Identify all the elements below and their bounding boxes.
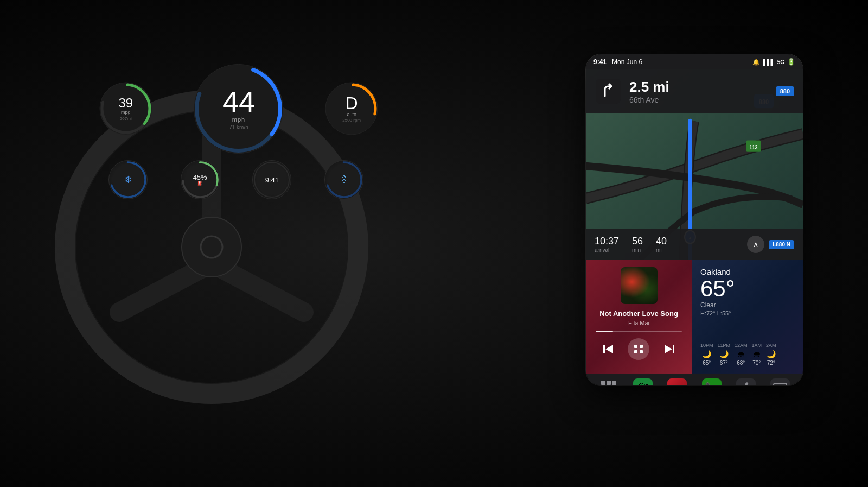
- maps-icon[interactable]: 🗺: [633, 378, 653, 386]
- status-time: 9:41: [593, 58, 607, 66]
- svg-point-12: [111, 162, 145, 197]
- weather-hourly: 10PM 🌙 65° 11PM 🌙 67° 12AM 🌧 68° 1AM 🌧 7…: [700, 343, 794, 366]
- speed-kmh: 71 km/h: [229, 124, 248, 130]
- bottom-panels: Not Another Love Song Ella Mai: [586, 260, 803, 374]
- miles-label: mi: [656, 247, 662, 253]
- carplay-screen: 9:41 Mon Jun 6 🔔 ▌▌▌ 5G 🔋 ▲: [586, 54, 803, 385]
- speed-value: 44: [222, 87, 255, 116]
- svg-rect-29: [640, 350, 643, 353]
- navigation-section[interactable]: ▲ 880 112 2.5 mi 66th Ave: [586, 69, 803, 260]
- dashboard-cluster: 39 mpg 207mi 44 mph 71 km/h D auto 2: [81, 54, 396, 163]
- nav-minutes: 56 min: [632, 236, 643, 253]
- gauge-gear: D auto 2500 rpm: [322, 79, 381, 138]
- nav-street: 66th Ave: [629, 96, 768, 104]
- mpg-value: 39: [118, 97, 133, 110]
- status-icons: 🔔 ▌▌▌ 5G 🔋: [752, 58, 795, 66]
- carplay-toggle-icon[interactable]: [770, 378, 790, 386]
- dashboard-bottom-row: ❄ 45% ⛽ 9:41 🛢: [103, 160, 369, 199]
- apps-button[interactable]: [599, 378, 618, 386]
- grid-button[interactable]: [628, 338, 649, 360]
- svg-rect-33: [774, 383, 787, 386]
- svg-rect-23: [596, 79, 621, 104]
- nav-highway-badge: 880: [776, 86, 794, 96]
- gear-rpm: 2500 rpm: [342, 118, 361, 123]
- gauge-mpg: 39 mpg 207mi: [96, 79, 156, 138]
- gauge-fuel: 45% ⛽: [181, 160, 220, 199]
- weather-panel: Oakland 65° Clear H:72° L:55° 10PM 🌙 65°…: [692, 260, 803, 374]
- svg-marker-25: [605, 345, 613, 353]
- nav-miles: 40 mi: [656, 236, 667, 253]
- minutes-value: 56: [632, 236, 643, 247]
- weather-hour-item: 12AM 🌧 68°: [735, 343, 748, 366]
- turn-arrow: [595, 78, 622, 105]
- gauge-climate: ❄: [108, 160, 148, 199]
- signal-bars-icon: ▌▌▌: [763, 59, 774, 65]
- svg-text:112: 112: [750, 144, 758, 150]
- nav-distance: 2.5 mi: [629, 79, 768, 96]
- svg-rect-26: [634, 345, 637, 348]
- weather-hour-item: 10PM 🌙 65°: [700, 343, 713, 366]
- svg-rect-27: [640, 345, 643, 348]
- siri-icon[interactable]: ♫: [667, 378, 687, 386]
- song-artist: Ella Mai: [593, 320, 684, 326]
- progress-bar: [596, 331, 682, 332]
- speed-unit: mph: [232, 116, 245, 123]
- svg-rect-30: [673, 345, 674, 353]
- miles-value: 40: [656, 236, 667, 247]
- album-art: [621, 267, 658, 304]
- weather-hi-lo: H:72° L:55°: [700, 310, 794, 317]
- svg-rect-24: [603, 345, 605, 353]
- arrival-label: arrival: [595, 247, 609, 253]
- svg-point-2: [182, 217, 241, 277]
- minutes-label: min: [632, 247, 641, 253]
- next-button[interactable]: [660, 339, 679, 359]
- network-badge: 5G: [777, 59, 784, 65]
- gauge-oil: 🛢: [324, 160, 363, 199]
- weather-hour-item: 2AM 🌙 72°: [766, 343, 776, 366]
- weather-condition: Clear: [700, 301, 794, 309]
- fan-icon[interactable]: [736, 378, 756, 386]
- dock: 🗺 ♫ 📞: [586, 374, 803, 385]
- gear-mode: auto: [347, 112, 356, 117]
- music-controls: [593, 338, 684, 360]
- weather-hour-item: 1AM 🌧 70°: [752, 343, 762, 366]
- svg-marker-31: [665, 345, 672, 353]
- bell-icon: 🔔: [752, 59, 760, 66]
- weather-hour-item: 11PM 🌙 67°: [718, 343, 731, 366]
- arrival-time: 10:37: [595, 236, 619, 247]
- song-title: Not Another Love Song: [593, 309, 684, 319]
- route-badge: I-880 N: [769, 240, 794, 249]
- svg-rect-28: [634, 350, 637, 353]
- weather-city: Oakland: [700, 267, 794, 276]
- status-date: Mon Jun 6: [612, 58, 642, 66]
- svg-point-16: [327, 162, 361, 197]
- phone-icon[interactable]: 📞: [702, 378, 722, 386]
- mpg-unit: mpg: [121, 110, 131, 115]
- weather-temp: 65°: [700, 276, 794, 301]
- svg-point-15: [254, 162, 289, 197]
- music-panel[interactable]: Not Another Love Song Ella Mai: [586, 260, 692, 374]
- weather-high: H:72°: [700, 310, 716, 317]
- gauge-clock: 9:41: [252, 160, 291, 199]
- gear-letter: D: [346, 94, 358, 112]
- weather-low: L:55°: [717, 310, 731, 317]
- status-bar: 9:41 Mon Jun 6 🔔 ▌▌▌ 5G 🔋: [586, 54, 803, 69]
- prev-button[interactable]: [598, 339, 618, 359]
- nav-arrival: 10:37 arrival: [595, 236, 619, 253]
- nav-expand-button[interactable]: ∧: [747, 236, 764, 253]
- nav-footer: 10:37 arrival 56 min 40 mi ∧ I-880 N: [586, 229, 803, 260]
- nav-header: 2.5 mi 66th Ave 880: [586, 69, 803, 113]
- progress-fill: [596, 331, 613, 332]
- battery-icon: 🔋: [787, 58, 795, 66]
- gauge-speed: 44 mph 71 km/h: [191, 61, 286, 156]
- nav-info: 2.5 mi 66th Ave: [629, 79, 768, 104]
- odometer: 207mi: [120, 116, 132, 121]
